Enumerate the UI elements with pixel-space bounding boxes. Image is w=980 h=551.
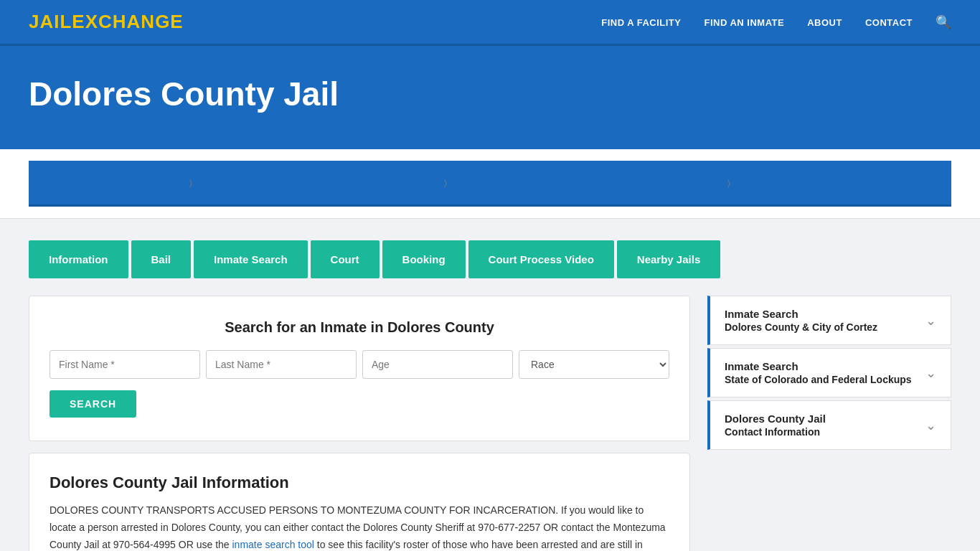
site-logo[interactable]: JAILEXCHANGE [29, 11, 184, 33]
nav-about[interactable]: ABOUT [807, 17, 842, 28]
tabs-container: Information Bail Inmate Search Court Boo… [29, 240, 951, 278]
breadcrumb-dolores-county[interactable]: Dolores County [552, 177, 622, 189]
sidebar-card-3-text: Dolores County Jail Contact Information [725, 413, 826, 438]
sidebar-card-2-subtitle: State of Colorado and Federal Lockups [725, 374, 912, 385]
age-input[interactable] [362, 350, 513, 379]
nav-contact[interactable]: CONTACT [865, 17, 913, 28]
right-panel: Inmate Search Dolores County & City of C… [707, 296, 951, 450]
sidebar-card-1-text: Inmate Search Dolores County & City of C… [725, 308, 877, 333]
breadcrumb-home[interactable]: Home [57, 177, 84, 189]
sidebar-card-2-title: Inmate Search [725, 360, 912, 372]
search-button[interactable]: SEARCH [50, 390, 136, 418]
tabs-section: Information Bail Inmate Search Court Boo… [0, 219, 980, 278]
first-name-input[interactable] [50, 350, 200, 379]
navbar: JAILEXCHANGE FIND A FACILITY FIND AN INM… [0, 0, 980, 46]
sidebar-contact[interactable]: Dolores County Jail Contact Information … [707, 400, 951, 450]
left-panel: Search for an Inmate in Dolores County R… [29, 296, 690, 551]
breadcrumb-colorado[interactable]: Colorado [298, 177, 339, 189]
sidebar-card-1-title: Inmate Search [725, 308, 877, 320]
info-card: Dolores County Jail Information DOLORES … [29, 453, 690, 551]
last-name-input[interactable] [206, 350, 357, 379]
page-title: Dolores County Jail [29, 75, 951, 113]
tab-booking[interactable]: Booking [382, 240, 466, 278]
sidebar-card-3-subtitle: Contact Information [725, 426, 826, 438]
sidebar-inmate-search[interactable]: Inmate Search Dolores County & City of C… [707, 296, 951, 345]
breadcrumb-bar: Home 〉 Colorado 〉 Dolores County 〉 Dolor… [0, 149, 980, 219]
tab-bail[interactable]: Bail [131, 240, 192, 278]
chevron-down-icon-2: ⌄ [925, 365, 936, 381]
breadcrumb-sep-2: 〉 [444, 178, 447, 188]
tab-court[interactable]: Court [311, 240, 380, 278]
tab-court-video[interactable]: Court Process Video [468, 240, 614, 278]
info-body: DOLORES COUNTY TRANSPORTS ACCUSED PERSON… [50, 502, 669, 551]
tab-nearby-jails[interactable]: Nearby Jails [617, 240, 720, 278]
breadcrumb: Home 〉 Colorado 〉 Dolores County 〉 Dolor… [29, 161, 951, 207]
sidebar-state-search[interactable]: Inmate Search State of Colorado and Fede… [707, 348, 951, 397]
tab-inmate-search[interactable]: Inmate Search [194, 240, 308, 278]
inmate-search-link[interactable]: inmate search tool [232, 539, 314, 550]
sidebar-card-2-text: Inmate Search State of Colorado and Fede… [725, 360, 912, 385]
chevron-down-icon-3: ⌄ [925, 418, 936, 433]
breadcrumb-sep-1: 〉 [189, 178, 192, 188]
search-heading: Search for an Inmate in Dolores County [50, 319, 669, 336]
search-inputs-row: Race White Black Hispanic Asian Native A… [50, 350, 669, 379]
nav-links: FIND A FACILITY FIND AN INMATE ABOUT CON… [601, 14, 951, 30]
nav-find-facility[interactable]: FIND A FACILITY [601, 17, 681, 28]
logo-exchange: EXCHANGE [72, 11, 183, 32]
search-card: Search for an Inmate in Dolores County R… [29, 296, 690, 441]
breadcrumb-sep-3: 〉 [727, 178, 730, 188]
sidebar-card-1-subtitle: Dolores County & City of Cortez [725, 321, 877, 333]
logo-jail: JAIL [29, 11, 72, 32]
main-content: Search for an Inmate in Dolores County R… [0, 278, 980, 551]
sidebar-card-3-title: Dolores County Jail [725, 413, 826, 425]
nav-find-inmate[interactable]: FIND AN INMATE [704, 17, 784, 28]
race-select[interactable]: Race White Black Hispanic Asian Native A… [519, 350, 669, 379]
hero-section: Dolores County Jail [0, 46, 980, 149]
chevron-down-icon-1: ⌄ [925, 313, 936, 329]
breadcrumb-current: Dolores County Jail [836, 177, 923, 189]
search-icon[interactable]: 🔍 [936, 15, 951, 29]
tab-information[interactable]: Information [29, 240, 128, 278]
info-heading: Dolores County Jail Information [50, 474, 669, 492]
